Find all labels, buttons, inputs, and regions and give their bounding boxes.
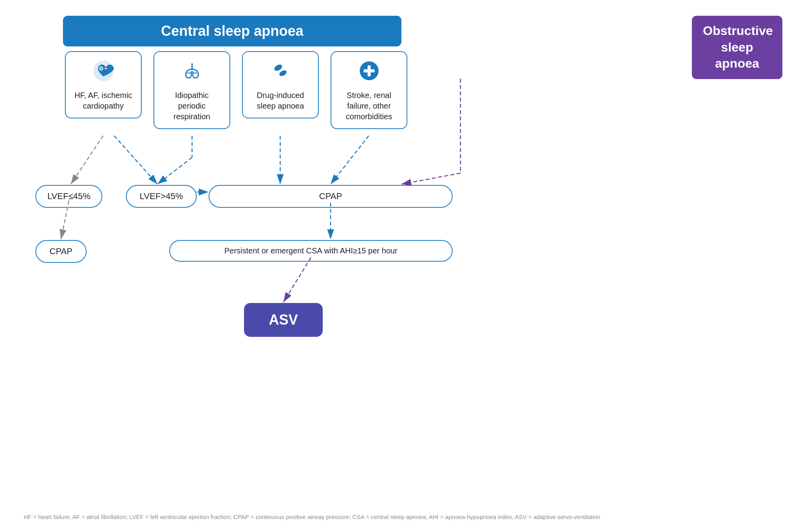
osa-header: Obstructive sleep apnoea <box>692 16 782 79</box>
cat3-label: Drug-induced sleep apnoea <box>249 90 312 111</box>
category-box-drug: Drug-induced sleep apnoea <box>242 51 319 118</box>
category-box-hf: HF, AF, ischemic cardiopathy <box>65 51 142 118</box>
pill-icon <box>270 60 292 86</box>
category-box-stroke: Stroke, renal failure, other comorbiditi… <box>331 51 407 129</box>
svg-line-18 <box>157 157 192 184</box>
svg-line-16 <box>114 136 157 184</box>
svg-point-8 <box>278 69 287 77</box>
lvef-low-box: LVEF≤45% <box>35 185 102 208</box>
cat1-label: HF, AF, ischemic cardiopathy <box>72 90 135 111</box>
svg-line-22 <box>401 173 460 184</box>
footnote: HF = heart failure; AF = atrial fibrilla… <box>24 514 600 520</box>
svg-rect-11 <box>364 69 375 72</box>
asv-box: ASV <box>244 303 323 337</box>
lungs-icon <box>181 60 203 86</box>
cat2-label: Idiopathic periodic respiration <box>161 90 223 122</box>
svg-line-26 <box>283 258 311 302</box>
cat4-label: Stroke, renal failure, other comorbiditi… <box>338 90 400 122</box>
diagram-container: Central sleep apnoea Obstructive sleep a… <box>0 0 806 532</box>
cpap-left-box: CPAP <box>35 240 87 263</box>
persistent-csa-box: Persistent or emergent CSA with AHI≥15 p… <box>169 240 453 262</box>
svg-line-20 <box>331 136 369 184</box>
cpap-main-box: CPAP <box>209 185 453 208</box>
plus-icon <box>358 60 380 86</box>
svg-line-15 <box>71 136 103 184</box>
lvef-high-box: LVEF>45% <box>126 185 197 208</box>
category-box-idiopathic: Idiopathic periodic respiration <box>153 51 230 129</box>
csa-header: Central sleep apnoea <box>63 16 401 46</box>
heart-icon <box>92 60 115 86</box>
